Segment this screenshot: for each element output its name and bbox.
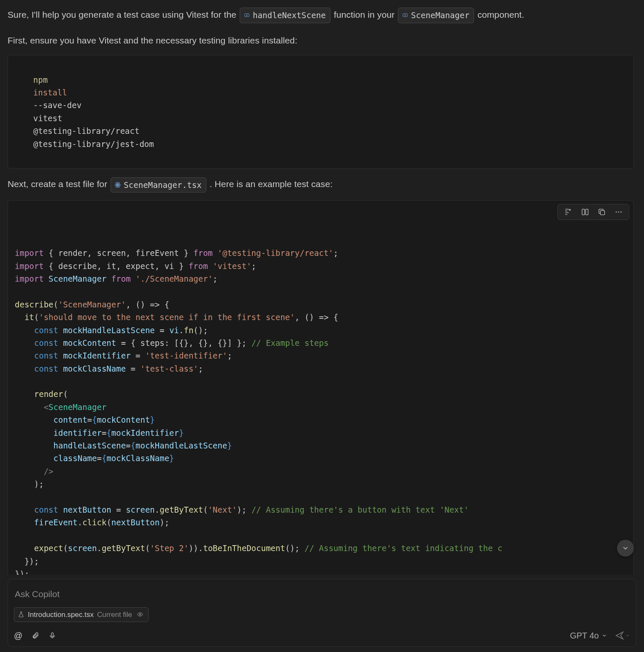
chat-input-panel: Ask Copilot Introduction.spec.tsx Curren… [8, 579, 636, 647]
svg-rect-0 [245, 14, 249, 17]
cmd-token: vitest [33, 114, 62, 123]
function-pill-label: handleNextScene [253, 9, 326, 22]
mention-button[interactable]: @ [14, 629, 22, 642]
react-icon [114, 182, 121, 188]
send-button[interactable] [615, 631, 630, 640]
install-command-block: npm install --save-dev vitest @testing-l… [8, 55, 634, 168]
component-pill[interactable]: SceneManager [398, 8, 474, 23]
model-label: GPT 4o [570, 629, 599, 642]
chevron-down-icon [625, 633, 630, 638]
code-content: import { render, screen, fireEvent } fro… [15, 247, 627, 575]
svg-point-1 [246, 15, 247, 16]
voice-button[interactable] [49, 629, 56, 642]
svg-rect-8 [582, 209, 584, 215]
intro-text-3a: Next, create a test file for [8, 179, 110, 189]
context-file-suffix: Current file [97, 609, 132, 620]
file-pill[interactable]: SceneManager.tsx [111, 177, 206, 193]
attach-button[interactable] [32, 629, 39, 642]
more-actions-button[interactable] [611, 206, 626, 218]
input-footer: @ GPT 4o [14, 629, 630, 642]
cmd-token: @testing-library/react [33, 126, 140, 136]
code-toolbar [557, 204, 629, 220]
flask-icon [18, 611, 24, 618]
intro-text-1c: component. [477, 10, 524, 19]
svg-point-14 [139, 614, 141, 616]
svg-point-13 [621, 212, 622, 213]
test-code-block: import { render, screen, fireEvent } fro… [8, 200, 634, 575]
context-file-name: Introduction.spec.tsx [28, 609, 94, 620]
svg-rect-2 [403, 14, 408, 17]
chat-input[interactable]: Ask Copilot [14, 585, 630, 606]
svg-rect-9 [586, 209, 588, 215]
file-pill-label: SceneManager.tsx [124, 179, 202, 191]
intro-paragraph-2: First, ensure you have Vitest and the ne… [8, 33, 634, 48]
svg-rect-10 [601, 211, 605, 215]
intro-text-1a: Sure, I'll help you generate a test case… [8, 10, 239, 19]
svg-point-12 [618, 212, 620, 213]
intro-paragraph-3: Next, create a test file for SceneManage… [8, 177, 634, 193]
copy-button[interactable] [594, 206, 609, 218]
insert-new-file-button[interactable] [577, 206, 593, 218]
svg-rect-15 [51, 633, 54, 636]
insert-at-cursor-button[interactable] [560, 206, 576, 218]
component-pill-label: SceneManager [411, 9, 469, 22]
cmd-token: install [33, 88, 67, 97]
svg-point-3 [405, 15, 406, 16]
context-file-pill[interactable]: Introduction.spec.tsx Current file [14, 607, 149, 622]
svg-point-11 [616, 212, 617, 213]
intro-text-2: First, ensure you have Vitest and the ne… [8, 35, 298, 45]
send-icon [615, 631, 624, 640]
model-picker[interactable]: GPT 4o [570, 629, 607, 642]
cmd-token: npm [33, 75, 48, 84]
intro-text-3b: . Here is an example test case: [210, 179, 333, 189]
intro-paragraph-1: Sure, I'll help you generate a test case… [8, 8, 634, 23]
svg-point-4 [117, 184, 119, 185]
assistant-message: Sure, I'll help you generate a test case… [8, 8, 636, 575]
symbol-icon [402, 12, 409, 18]
cmd-token: --save-dev [33, 101, 81, 110]
intro-text-1b: function in your [334, 10, 397, 19]
function-pill[interactable]: handleNextScene [240, 8, 330, 23]
scroll-down-button[interactable] [617, 540, 634, 557]
eye-icon [136, 611, 144, 617]
cmd-token: @testing-library/jest-dom [33, 139, 154, 149]
symbol-icon [244, 12, 250, 18]
chevron-down-icon [601, 633, 607, 638]
